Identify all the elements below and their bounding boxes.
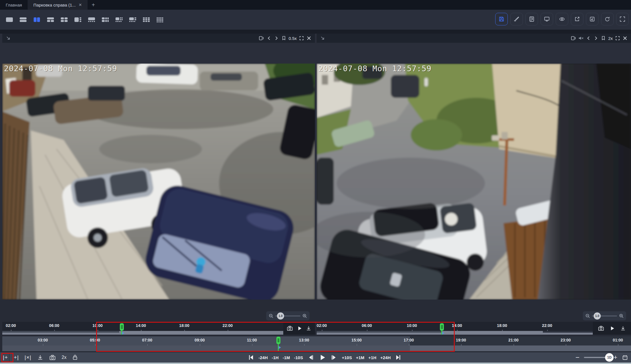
video-frame-right[interactable]: 2024-07-08 Mon 12:57:59 — [317, 64, 631, 300]
playback-speed-label[interactable]: 2x — [62, 355, 66, 360]
recorded-segment-alt — [2, 331, 119, 333]
main-toolbar — [0, 10, 631, 30]
layout-one-plus-seven-alt-icon[interactable] — [127, 14, 138, 26]
zoom-in-icon[interactable] — [302, 313, 307, 318]
layout-one-plus-seven-icon[interactable] — [114, 14, 124, 26]
panel-close-icon[interactable] — [621, 35, 629, 42]
calendar-icon[interactable] — [622, 354, 628, 361]
fullscreen-button[interactable] — [616, 13, 629, 25]
event-log-button[interactable] — [525, 13, 538, 25]
zoom-out-icon[interactable] — [585, 313, 590, 318]
step-back-icon[interactable] — [307, 354, 314, 361]
stream-scale-label[interactable]: 0.5x — [288, 36, 298, 41]
range-zoom-in-button[interactable]: + — [614, 354, 617, 361]
panel-close-icon[interactable] — [305, 35, 313, 42]
layout-grid-six-icon[interactable] — [100, 14, 111, 26]
timeline-zoom-knob[interactable]: 1.0 — [594, 312, 601, 320]
day-timeline-left[interactable]: 02:00 06:00 10:00 14:00 18:00 22:00 — [2, 322, 315, 335]
next-frame-icon[interactable] — [273, 35, 280, 42]
panel-fullscreen-icon[interactable] — [298, 35, 305, 42]
brush-button[interactable] — [510, 13, 523, 25]
mute-icon[interactable] — [577, 35, 585, 42]
playhead-marker-day-right[interactable] — [441, 324, 442, 335]
play-icon[interactable] — [297, 326, 302, 331]
jump-back-1h[interactable]: -1H — [272, 355, 279, 360]
jump-fwd-10s[interactable]: +10S — [342, 355, 352, 360]
refresh-button[interactable] — [601, 13, 614, 25]
prev-frame-icon[interactable] — [585, 35, 592, 42]
layout-single-icon[interactable] — [4, 14, 15, 26]
layout-2x2-icon[interactable] — [59, 14, 70, 26]
new-tab-button[interactable]: + — [88, 0, 99, 10]
tab-parking-right[interactable]: Парковка справа (1... ✕ — [28, 0, 88, 10]
layout-picker — [4, 14, 165, 26]
range-zoom-out-button[interactable]: − — [575, 353, 579, 361]
timeline-tick-label: 10:00 — [407, 323, 417, 328]
lock-icon[interactable] — [72, 354, 78, 361]
jump-back-10s[interactable]: -10S — [294, 355, 303, 360]
timeline-zoom-slider[interactable]: 1.0 — [592, 316, 617, 316]
layout-one-plus-five-right-icon[interactable] — [72, 14, 83, 26]
skip-end-icon[interactable] — [395, 354, 402, 361]
monitor-button[interactable] — [541, 13, 553, 25]
snapshot-icon[interactable] — [287, 326, 293, 331]
timeline-tick-label: 03:00 — [38, 338, 48, 342]
resize-button[interactable] — [586, 13, 598, 25]
play-icon[interactable] — [318, 353, 326, 361]
playhead-marker-day-left[interactable] — [121, 324, 122, 335]
detail-timeline[interactable]: 03:00 05:00 07:00 09:00 11:00 13:00 15:0… — [2, 336, 631, 352]
tab-home[interactable]: Главная — [0, 0, 28, 10]
layout-one-plus-two-icon[interactable] — [45, 14, 56, 26]
playhead-marker-detail[interactable] — [278, 337, 279, 351]
tab-bar: Главная Парковка справа (1... ✕ + — [0, 0, 631, 10]
range-knob[interactable]: 1D — [605, 353, 614, 362]
layout-grid-3x3-icon[interactable] — [141, 14, 152, 26]
timeline-tick-label: 23:00 — [561, 338, 571, 342]
snapshot-icon[interactable] — [49, 355, 56, 361]
aspect-ratio-icon[interactable] — [258, 35, 265, 42]
jump-back-24h[interactable]: -24H — [258, 355, 268, 360]
panel-fullscreen-icon[interactable] — [614, 35, 621, 42]
skip-start-icon[interactable] — [248, 354, 254, 361]
export-icon[interactable] — [37, 354, 43, 361]
jump-back-1m[interactable]: -1M — [283, 355, 290, 360]
bookmark-icon[interactable] — [280, 35, 288, 42]
share-button[interactable] — [571, 13, 583, 25]
timeline-tick-label: 14:00 — [452, 323, 462, 328]
export-icon[interactable] — [620, 326, 626, 331]
prev-frame-icon[interactable] — [265, 35, 273, 42]
jump-fwd-1h[interactable]: +1H — [368, 355, 376, 360]
zoom-out-icon[interactable] — [268, 313, 274, 318]
save-button[interactable] — [495, 13, 508, 25]
timeline-zoom-knob[interactable]: 1.0 — [277, 312, 284, 320]
layout-one-plus-five-bottom-icon[interactable] — [86, 14, 97, 26]
day-timeline-right[interactable]: 02:00 06:00 10:00 14:00 18:00 22:00 — [317, 322, 631, 335]
step-forward-icon[interactable] — [330, 354, 338, 361]
range-slider[interactable]: 1D — [584, 357, 609, 358]
video-frame-left[interactable]: 2024-07-08 Mon 12:57:59 — [2, 64, 315, 300]
layout-two-columns-icon[interactable] — [31, 14, 42, 26]
tab-home-label: Главная — [6, 3, 22, 7]
pop-out-arrow-icon[interactable] — [319, 35, 326, 42]
snapshot-icon[interactable] — [598, 326, 604, 331]
play-icon[interactable] — [609, 326, 615, 331]
tab-close-icon[interactable]: ✕ — [78, 3, 82, 7]
timeline-zoom-slider[interactable]: 1.0 — [275, 316, 300, 316]
zoom-in-icon[interactable] — [619, 313, 624, 318]
eye-button[interactable] — [556, 13, 568, 25]
aspect-ratio-icon[interactable] — [570, 35, 577, 42]
stream-scale-label[interactable]: 2x — [607, 36, 614, 41]
layout-two-rows-icon[interactable] — [18, 14, 29, 26]
clear-marks-button[interactable]: |×| — [25, 354, 31, 361]
jump-fwd-1m[interactable]: +1M — [356, 355, 365, 360]
mark-in-button[interactable]: |+ — [3, 354, 8, 361]
bookmark-icon[interactable] — [600, 35, 607, 42]
tab-parking-label: Парковка справа (1... — [33, 3, 76, 7]
export-icon[interactable] — [306, 326, 312, 331]
timeline-tick-label: 06:00 — [362, 323, 372, 328]
layout-grid-4x4-icon[interactable] — [155, 14, 165, 26]
pop-out-arrow-icon[interactable] — [5, 35, 12, 42]
mark-out-button[interactable]: +| — [14, 354, 19, 361]
jump-fwd-24h[interactable]: +24H — [380, 355, 391, 360]
next-frame-icon[interactable] — [592, 35, 600, 42]
